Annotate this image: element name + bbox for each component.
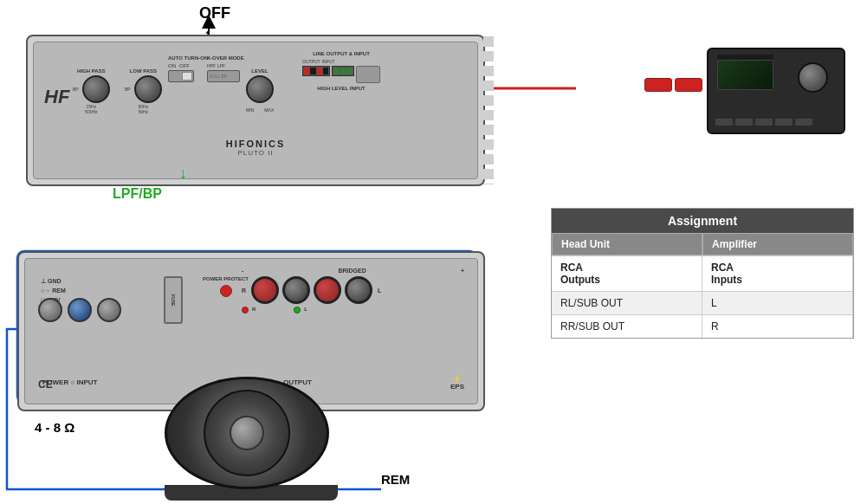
off-label: OFF xyxy=(199,4,230,23)
table-subheader: Head Unit Amplifier xyxy=(552,233,853,255)
x-over-mode-section: X-OVER MODE HPF LPF FULL BP xyxy=(207,55,244,82)
gnd-connector[interactable] xyxy=(38,298,62,322)
hu-btn-1[interactable] xyxy=(715,119,733,126)
low-pass-knob[interactable] xyxy=(134,75,162,103)
cd-slot xyxy=(717,55,773,60)
r-label: R xyxy=(242,288,246,294)
row2-col1: RL/SUB OUT xyxy=(552,292,702,314)
freq-5khz: 5kHz xyxy=(125,109,162,114)
table-row-rca: RCAOutputs RCAInputs xyxy=(552,255,853,291)
high-level-connector xyxy=(356,66,380,83)
l-label: L xyxy=(378,288,381,294)
fuse-block: FUSE xyxy=(164,276,183,324)
table-row-rr: RR/SUB OUT R xyxy=(552,314,853,338)
lpf-label-sm: LPF xyxy=(217,63,225,68)
subwoofer xyxy=(165,377,329,498)
minus-label: - xyxy=(242,268,243,274)
plus-label: + xyxy=(461,268,464,274)
v12-connector[interactable] xyxy=(97,298,121,322)
auto-turn-on-toggle[interactable] xyxy=(168,70,194,82)
rem-terminal-label: ○→ REM xyxy=(41,286,66,295)
x-over-toggle[interactable]: FULL BP xyxy=(207,70,240,82)
hu-btn-4[interactable] xyxy=(775,119,793,126)
rem-label: REM xyxy=(381,472,410,487)
row3-col2: R xyxy=(702,315,853,338)
bridged-label-text: BRIDGED xyxy=(338,268,366,274)
pluto-text: PLUTO II xyxy=(226,149,286,157)
level-knob[interactable] xyxy=(246,75,274,103)
eps-lightning: ⚡ xyxy=(450,375,464,383)
rca-plug-2 xyxy=(675,78,702,92)
max-label: MAX xyxy=(264,107,274,113)
line-output-input-label: LINE OUTPUT & INPUT xyxy=(302,51,380,56)
freq-500hz: 500Hz xyxy=(73,109,110,114)
x-over-label: X-OVER MODE xyxy=(207,55,244,61)
terminal-r-pos[interactable] xyxy=(282,276,310,304)
auto-turn-on-label: AUTO TURN-ON xyxy=(168,55,208,61)
fuse-label: FUSE xyxy=(171,294,176,306)
head-unit-display xyxy=(717,60,773,90)
output-pins xyxy=(302,66,330,83)
rca-inputs-text: RCAInputs xyxy=(711,262,742,286)
power-protect-led xyxy=(220,285,232,297)
hifonics-text: HIFONICS xyxy=(226,139,286,149)
rem-connector[interactable] xyxy=(68,298,92,322)
hpf-label: HPF xyxy=(207,63,216,68)
high-pass-knob[interactable] xyxy=(82,75,110,103)
row1-col1: RCAOutputs xyxy=(552,256,702,291)
terminal-buttons-row: R L xyxy=(242,276,464,304)
ohm-range-label: 4 - 8 Ω xyxy=(35,420,74,435)
input-label: INPUT xyxy=(322,59,335,64)
head-unit-buttons-row xyxy=(715,119,812,126)
channel-l-lbl: L xyxy=(304,307,307,313)
min-label: MIN xyxy=(246,107,254,113)
row3-col1: RR/SUB OUT xyxy=(552,315,702,338)
line-output-input-section: LINE OUTPUT & INPUT OUTPUT INPUT xyxy=(302,51,380,91)
lpf-bp-label: LPF/BP xyxy=(113,186,162,202)
hu-btn-2[interactable] xyxy=(735,119,753,126)
level-section: LEVEL MIN MAX xyxy=(246,68,274,113)
col2-header: Amplifier xyxy=(702,233,853,255)
off-switch-label: OFF xyxy=(179,63,190,68)
bp-label1: BP xyxy=(73,87,79,92)
eps-logo: ⚡ EPS xyxy=(450,375,464,391)
hf-logo: HF xyxy=(44,86,69,108)
bridged-header: - BRIDGED + xyxy=(242,268,464,274)
speaker-terminal-section: - BRIDGED + R L R xyxy=(242,268,464,313)
channel-r-lbl: R xyxy=(252,307,256,313)
gnd-label: ⊥ GND xyxy=(41,276,66,286)
hu-btn-3[interactable] xyxy=(755,119,773,126)
row1-col2: RCAInputs xyxy=(702,256,853,291)
input-pins xyxy=(332,66,354,83)
rca-outputs-text: RCAOutputs xyxy=(560,262,600,286)
auto-turn-on-section: AUTO TURN-ON ON OFF xyxy=(168,55,208,82)
terminal-l-pos[interactable] xyxy=(345,276,372,304)
assignment-table: Assignment Head Unit Amplifier RCAOutput… xyxy=(551,208,854,339)
low-pass-label: LOW PASS xyxy=(125,68,162,74)
terminal-r-neg[interactable] xyxy=(251,276,279,304)
row2-col2: L xyxy=(702,292,853,314)
bp-label2: BP xyxy=(125,87,131,92)
head-unit-volume-knob[interactable] xyxy=(798,62,828,93)
table-row-rl: RL/SUB OUT L xyxy=(552,291,853,314)
hu-btn-5[interactable] xyxy=(795,119,812,126)
high-pass-section: HIGH PASS BP 15Hz 500Hz xyxy=(73,68,110,114)
col1-header: Head Unit xyxy=(552,233,702,255)
hifonics-brand-section: HIFONICS PLUTO II xyxy=(226,139,286,157)
top-amplifier: HF HIGH PASS BP 15Hz 500Hz LOW PASS BP 5… xyxy=(26,35,485,186)
eps-text: EPS xyxy=(450,383,464,391)
rca-plug-1 xyxy=(644,78,672,92)
ce-logo: CE xyxy=(38,378,53,391)
on-label: ON xyxy=(168,63,176,68)
table-header: Assignment xyxy=(552,209,853,233)
power-connectors-row xyxy=(38,298,121,322)
green-down-arrow: ↓ xyxy=(179,165,187,183)
output-label: OUTPUT xyxy=(302,59,320,64)
led-r xyxy=(242,307,249,313)
rca-connector xyxy=(644,78,702,92)
channel-indicators: R L xyxy=(242,307,464,313)
high-pass-label: HIGH PASS xyxy=(73,68,110,74)
high-level-input-label: HIGH LEVEL INPUT xyxy=(302,86,380,91)
terminal-l-neg[interactable] xyxy=(314,276,341,304)
diagram-container: OFF ↑ HF HIGH PASS BP 15Hz 500Hz LOW PAS… xyxy=(0,0,867,504)
